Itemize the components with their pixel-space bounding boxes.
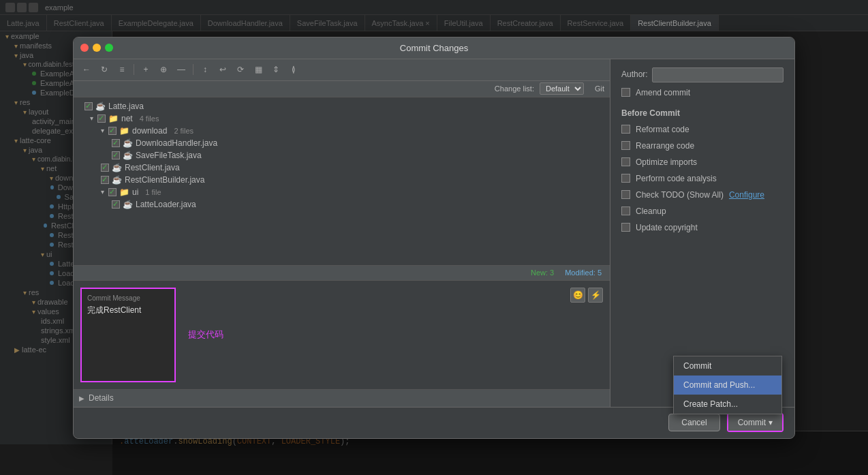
commit-message-value[interactable]: 完成RestClient bbox=[87, 305, 169, 316]
commit-icon-smile[interactable]: 😊 bbox=[570, 288, 585, 303]
commit-message-area: Commit Message 完成RestClient 提交代码 😊 ⚡ bbox=[74, 280, 610, 389]
opt-link-configure[interactable]: Configure bbox=[729, 190, 764, 200]
opt-checkbox-optimize[interactable] bbox=[621, 157, 630, 166]
toolbar-btn-add[interactable]: + bbox=[138, 62, 153, 77]
author-label: Author: bbox=[621, 70, 648, 79]
opt-checkbox-cleanup[interactable] bbox=[621, 206, 630, 215]
ftree-item-restclientbuilder[interactable]: ☕ RestClientBuilder.java bbox=[74, 174, 610, 186]
ftree-item-restclient[interactable]: ☕ RestClient.java bbox=[74, 162, 610, 174]
ftree-file-icon-restclient: ☕ bbox=[112, 163, 122, 172]
toolbar-btn-remove[interactable]: — bbox=[174, 62, 189, 77]
modal-overlay: Commit Changes ← ↻ ≡ + ⊕ — ↕ ↩ ⟳ bbox=[0, 0, 868, 475]
commit-icon-action[interactable]: ⚡ bbox=[588, 288, 603, 303]
toolbar-btn-move[interactable]: ↕ bbox=[198, 62, 213, 77]
toolbar-btn-redo[interactable]: ⟳ bbox=[233, 62, 248, 77]
author-input[interactable] bbox=[652, 67, 784, 82]
ftree-item-latte[interactable]: ☕ Latte.java bbox=[74, 100, 610, 112]
stat-modified: Modified: 5 bbox=[565, 269, 602, 277]
opt-label-todo: Check TODO (Show All) bbox=[636, 190, 724, 200]
dropdown-item-create-patch[interactable]: Create Patch... bbox=[674, 395, 781, 414]
commit-message-icons: 😊 ⚡ bbox=[570, 288, 603, 303]
toolbar-btn-diff[interactable]: ⊕ bbox=[156, 62, 171, 77]
option-cleanup: Cleanup bbox=[621, 205, 784, 217]
ftree-foldername-download: download bbox=[132, 126, 167, 136]
file-tree: ☕ Latte.java ▾ 📁 net 4 files ▾ bbox=[74, 97, 610, 265]
ftree-filename-savefiletask: SaveFileTask.java bbox=[136, 151, 202, 160]
commit-arrow-icon: ▾ bbox=[769, 418, 773, 427]
ftree-item-download[interactable]: ▾ 📁 download 2 files bbox=[74, 125, 610, 137]
cancel-button[interactable]: Cancel bbox=[668, 414, 719, 431]
ftree-net-count: 4 files bbox=[140, 114, 159, 123]
dropdown-item-commit-push[interactable]: Commit and Push... bbox=[674, 376, 781, 395]
details-label: Details bbox=[89, 393, 114, 403]
ftree-foldername-net: net bbox=[121, 114, 133, 123]
ftree-checkbox-ui[interactable] bbox=[108, 188, 117, 196]
toolbar-btn-merge[interactable]: ≬ bbox=[286, 62, 301, 77]
ftree-item-ui[interactable]: ▾ 📁 ui 1 file bbox=[74, 186, 610, 198]
amend-checkbox[interactable] bbox=[621, 88, 630, 97]
ftree-checkbox-restclient[interactable] bbox=[101, 164, 109, 172]
toolbar-btn-expand[interactable]: ⇕ bbox=[268, 62, 283, 77]
minimize-button[interactable] bbox=[93, 44, 101, 52]
option-analysis: Perform code analysis bbox=[621, 172, 784, 185]
commit-message-label: Commit Message bbox=[87, 294, 169, 302]
option-reformat: Reformat code bbox=[621, 123, 784, 136]
ftree-checkbox-latte[interactable] bbox=[84, 102, 93, 110]
opt-checkbox-rearrange[interactable] bbox=[621, 141, 630, 150]
ftree-item-latteloader[interactable]: ☕ LatteLoader.java bbox=[74, 198, 610, 211]
opt-label-reformat: Reformat code bbox=[636, 125, 689, 134]
maximize-button[interactable] bbox=[105, 44, 113, 52]
commit-button-group: Commit ▾ Commit Commit and Push... Creat… bbox=[727, 413, 784, 432]
ftree-checkbox-restclientbuilder[interactable] bbox=[101, 176, 109, 184]
ftree-item-net[interactable]: ▾ 📁 net 4 files bbox=[74, 112, 610, 125]
ftree-checkbox-latteloader[interactable] bbox=[112, 200, 120, 209]
modal-footer: Cancel Commit ▾ Commit Commit and Push..… bbox=[74, 407, 794, 438]
modal-body: ← ↻ ≡ + ⊕ — ↕ ↩ ⟳ ▦ ⇕ ≬ Change bbox=[74, 59, 794, 407]
toolbar-btn-grid[interactable]: ▦ bbox=[251, 62, 266, 77]
changelist-select[interactable]: Default bbox=[540, 82, 584, 95]
ftree-ui-count: 1 file bbox=[145, 188, 161, 196]
ftree-arrow-download: ▾ bbox=[101, 127, 104, 134]
amend-row: Amend commit bbox=[621, 87, 784, 99]
ftree-filename-downloadhandler: DownloadHandler.java bbox=[136, 138, 217, 148]
stat-new: New: 3 bbox=[531, 269, 554, 277]
ftree-checkbox-download[interactable] bbox=[108, 127, 117, 135]
opt-checkbox-reformat[interactable] bbox=[621, 125, 630, 134]
changelist-label: Change list: bbox=[495, 85, 534, 93]
commit-main-button[interactable]: Commit ▾ bbox=[728, 414, 782, 431]
opt-checkbox-todo[interactable] bbox=[621, 190, 630, 199]
toolbar-btn-undo[interactable]: ↩ bbox=[215, 62, 230, 77]
modal-controls bbox=[80, 44, 113, 52]
opt-label-rearrange: Rearrange code bbox=[636, 141, 694, 151]
ftree-item-savefiletask[interactable]: ☕ SaveFileTask.java bbox=[74, 149, 610, 162]
ftree-item-downloadhandler[interactable]: ☕ DownloadHandler.java bbox=[74, 137, 610, 149]
ftree-filename-latteloader: LatteLoader.java bbox=[136, 200, 196, 209]
changelist-bar: Change list: Default Git bbox=[74, 81, 610, 97]
modal-title: Commit Changes bbox=[400, 43, 468, 53]
opt-checkbox-copyright[interactable] bbox=[621, 223, 630, 232]
ftree-arrow-net: ▾ bbox=[90, 114, 93, 122]
option-copyright: Update copyright bbox=[621, 221, 784, 234]
ftree-foldername-ui: ui bbox=[132, 187, 138, 197]
details-bar[interactable]: ▶ Details bbox=[74, 389, 610, 407]
toolbar-sep2 bbox=[193, 64, 193, 75]
ftree-checkbox-net[interactable] bbox=[97, 114, 106, 123]
dropdown-item-commit[interactable]: Commit bbox=[674, 356, 781, 376]
commit-message-box[interactable]: Commit Message 完成RestClient bbox=[80, 288, 176, 382]
ftree-filename-restclient: RestClient.java bbox=[125, 163, 180, 172]
ftree-checkbox-savefiletask[interactable] bbox=[112, 151, 120, 159]
close-button[interactable] bbox=[80, 44, 89, 52]
opt-checkbox-analysis[interactable] bbox=[621, 174, 630, 183]
toolbar-btn-list[interactable]: ≡ bbox=[114, 62, 129, 77]
opt-label-cleanup: Cleanup bbox=[636, 206, 666, 216]
toolbar-btn-refresh[interactable]: ↻ bbox=[97, 62, 112, 77]
details-arrow: ▶ bbox=[79, 395, 84, 402]
modal-toolbar: ← ↻ ≡ + ⊕ — ↕ ↩ ⟳ ▦ ⇕ ≬ bbox=[74, 59, 610, 81]
git-label: Git bbox=[595, 85, 604, 93]
ftree-checkbox-downloadhandler[interactable] bbox=[112, 139, 120, 147]
opt-label-optimize: Optimize imports bbox=[636, 157, 697, 167]
option-todo: Check TODO (Show All) Configure bbox=[621, 189, 784, 201]
ftree-folder-icon-ui: 📁 bbox=[119, 187, 129, 197]
ftree-arrow-ui: ▾ bbox=[101, 188, 104, 196]
toolbar-btn-back[interactable]: ← bbox=[79, 62, 94, 77]
